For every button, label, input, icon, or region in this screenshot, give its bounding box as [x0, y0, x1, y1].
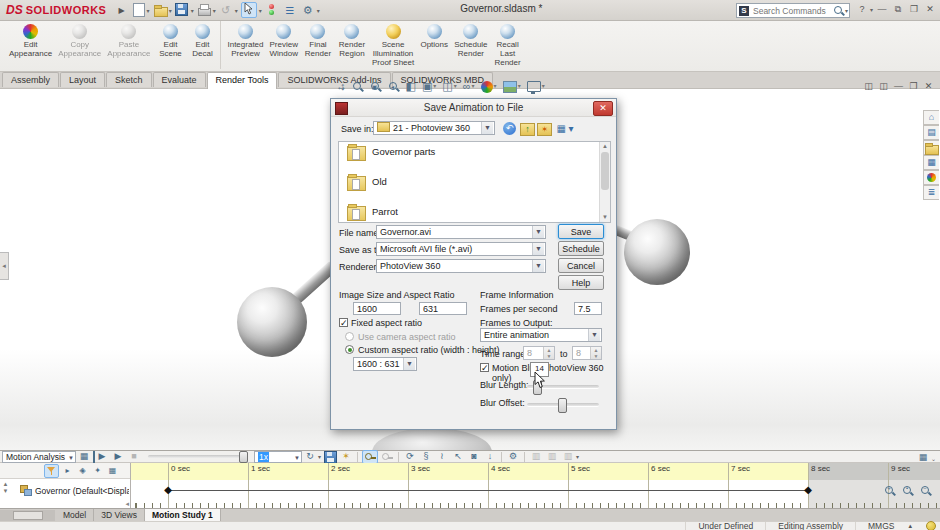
folder-item[interactable]: Governor parts — [339, 142, 610, 172]
zoom-area-icon[interactable]: ▣ — [370, 81, 382, 93]
close-icon[interactable]: ✕ — [922, 2, 938, 16]
tree-item-row[interactable]: ▲▼ Governor (Default<Display Stat ◂ — [0, 478, 130, 509]
search-icon[interactable] — [833, 5, 845, 17]
help-button[interactable]: Help — [558, 275, 604, 290]
zoom-out-icon[interactable]: − — [920, 485, 932, 497]
playback-slider[interactable] — [148, 455, 248, 458]
playback-slider-thumb[interactable] — [239, 451, 248, 463]
loop-icon[interactable]: ↻ — [303, 451, 317, 463]
folder-item[interactable]: Parrot — [339, 202, 610, 223]
save-icon[interactable] — [175, 3, 189, 17]
force-icon[interactable]: ↖ — [451, 451, 465, 463]
scroll-down-icon[interactable]: ▼ — [600, 213, 610, 222]
ribbon-button[interactable]: Options — [417, 21, 451, 69]
appearances-icon[interactable] — [923, 170, 939, 185]
filter-animated-icon[interactable]: ▸ — [61, 465, 74, 477]
dialog-close-icon[interactable]: ✕ — [593, 101, 613, 116]
view-orientation-icon[interactable]: ▣▾ — [422, 80, 436, 93]
image-height-input[interactable]: 631 — [419, 302, 467, 315]
blur-offset-slider-thumb[interactable] — [558, 398, 567, 413]
governor-ball-right[interactable] — [624, 219, 690, 285]
ribbon-button[interactable]: Final Render — [301, 21, 335, 69]
chevron-down-icon[interactable]: ▾ — [317, 7, 320, 14]
chevron-down-icon[interactable]: ▼ — [588, 329, 600, 341]
fixed-aspect-checkbox[interactable]: ✓ — [339, 318, 348, 327]
stop-icon[interactable]: ■ — [127, 451, 141, 463]
ribbon-button[interactable]: Edit Appearance — [6, 21, 55, 69]
display-style-icon[interactable]: ◫▾ — [442, 80, 456, 93]
menu-expand-arrow[interactable]: ▶ — [118, 6, 124, 15]
save-button[interactable]: Save — [558, 224, 604, 239]
file-properties-icon[interactable] — [283, 3, 297, 17]
chevron-down-icon[interactable]: ▾ — [845, 7, 848, 14]
open-folder-icon[interactable] — [153, 3, 167, 17]
folder-item[interactable]: Old — [339, 172, 610, 202]
options-gear-icon[interactable]: ⚙ — [301, 3, 315, 17]
chevron-down-icon[interactable]: ▾ — [147, 7, 150, 14]
play-icon[interactable]: ▶ — [111, 451, 125, 463]
doc-close-icon[interactable]: ✕ — [921, 79, 936, 93]
view-menu-icon[interactable]: ▦ ▾ — [554, 122, 576, 135]
new-folder-icon[interactable]: ✶ — [537, 123, 552, 136]
search-input[interactable] — [751, 5, 833, 17]
new-document-icon[interactable] — [133, 3, 145, 17]
view-palette-icon[interactable]: ▦ — [923, 155, 939, 170]
hide-show-items-icon[interactable]: ∞▾ — [463, 80, 475, 93]
home-icon[interactable]: ⌂ — [923, 110, 939, 125]
frames-to-output-combo[interactable]: Entire animation▼ — [480, 328, 602, 342]
doc-restore-icon[interactable]: ❐ — [906, 79, 921, 93]
section-view-icon[interactable]: ◧ — [406, 80, 416, 93]
timeline-key-diamond[interactable]: ◆ — [803, 484, 813, 496]
edit-appearance-icon[interactable]: ▾ — [481, 80, 497, 93]
document-tab[interactable]: 3D Views — [94, 509, 145, 521]
motion-properties-gear-icon[interactable]: ⚙ — [506, 451, 520, 463]
chevron-down-icon[interactable]: ▾ — [191, 7, 194, 14]
play-from-start-icon[interactable]: ▶ — [93, 451, 109, 463]
document-tab[interactable]: Motion Study 1 — [145, 509, 221, 521]
tree-scroll-arrows[interactable]: ▲▼ — [1, 481, 10, 495]
tree-scroll-left-icon[interactable]: ◂ — [125, 500, 129, 508]
blur-offset-slider[interactable] — [527, 403, 599, 407]
chevron-down-icon[interactable]: ▾ — [870, 6, 873, 13]
timeline-area[interactable]: 0 sec1 sec2 sec3 sec4 sec5 sec6 sec7 sec… — [131, 463, 940, 508]
governor-ball-left[interactable] — [237, 287, 307, 357]
aspect-ratio-combo[interactable]: 1600 : 631▼ — [353, 357, 417, 371]
minimize-icon[interactable]: — — [874, 2, 890, 16]
rebuild-icon[interactable] — [265, 3, 279, 17]
doc-minimize-icon[interactable]: — — [891, 79, 906, 93]
solidworks-logo[interactable]: DS SOLIDWORKS — [0, 0, 112, 20]
apply-scene-icon[interactable]: ▾ — [503, 80, 521, 93]
command-tab[interactable]: Assembly — [2, 72, 59, 87]
horizontal-scrollbar[interactable] — [0, 510, 55, 521]
print-icon[interactable] — [197, 3, 211, 17]
up-one-level-icon[interactable]: ↑ — [520, 123, 535, 136]
featuremanager-collapse-arrow[interactable]: ◂ — [0, 252, 9, 280]
cascade-icon[interactable]: ❐ — [906, 2, 922, 16]
back-folder-icon[interactable]: ↶ — [503, 122, 516, 135]
governor-base[interactable] — [372, 428, 492, 450]
chevron-down-icon[interactable]: ▾ — [318, 453, 321, 460]
chevron-down-icon[interactable]: ▼ — [532, 226, 544, 238]
time-to-spinner[interactable]: 8▲▼ — [572, 346, 602, 360]
custom-properties-icon[interactable]: ≣ — [923, 185, 939, 200]
filter-funnel-icon[interactable] — [44, 464, 59, 478]
search-commands-box[interactable]: S ▾ — [736, 3, 850, 18]
assembly-tree-item[interactable]: Governor (Default<Display Stat — [35, 486, 129, 496]
view-settings-icon[interactable]: ▾ — [527, 80, 545, 93]
ribbon-button[interactable]: Recall Last Render — [491, 21, 525, 69]
spinner-arrows-icon[interactable]: ▲▼ — [590, 347, 601, 359]
chevron-down-icon[interactable]: ▼ — [532, 243, 544, 255]
pane-split-icon[interactable]: ◫ — [861, 79, 876, 93]
chevron-down-icon[interactable]: ▼ — [481, 122, 493, 134]
schedule-button[interactable]: Schedule — [558, 241, 604, 256]
ribbon-button[interactable]: Integrated Preview — [224, 21, 266, 69]
pane-split-icon[interactable]: ◫ — [876, 79, 891, 93]
animation-wizard-icon[interactable]: ✶ — [339, 451, 353, 463]
ribbon-button[interactable]: Render Region — [335, 21, 369, 69]
scrollbar-thumb[interactable] — [13, 511, 43, 520]
chevron-down-icon[interactable]: ⌄ — [931, 455, 936, 462]
list-scrollbar[interactable]: ▲ ▼ — [599, 142, 610, 222]
contact-icon[interactable]: ◙ — [467, 451, 481, 463]
ribbon-button[interactable]: Preview Window — [267, 21, 301, 69]
previous-view-icon[interactable]: ◂ — [388, 81, 400, 93]
